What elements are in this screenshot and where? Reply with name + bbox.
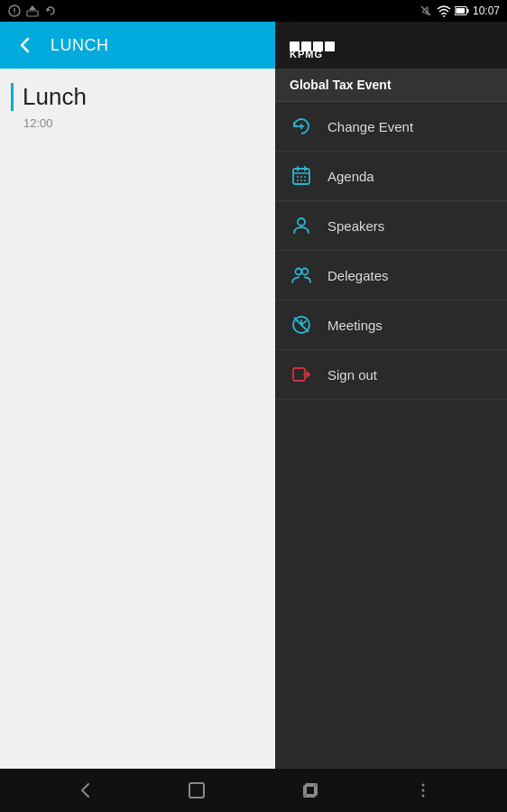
- delegates-label: Delegates: [327, 268, 389, 283]
- change-event-label: Change Event: [327, 119, 413, 134]
- menu-event-name-text: Global Tax Event: [290, 78, 493, 92]
- svg-point-28: [298, 218, 305, 226]
- svg-point-7: [443, 15, 445, 17]
- status-time: 10:07: [473, 5, 500, 17]
- app-bar: LUNCH: [0, 22, 275, 69]
- svg-point-29: [296, 269, 302, 275]
- svg-point-2: [14, 13, 15, 14]
- svg-point-40: [422, 784, 425, 787]
- menu-item-meetings[interactable]: Meetings: [275, 300, 507, 350]
- menu-event-name: Global Tax Event: [275, 69, 507, 102]
- menu-item-change-event[interactable]: Change Event: [275, 102, 507, 152]
- event-title: Lunch: [23, 83, 264, 111]
- status-bar: 10:07: [0, 0, 507, 22]
- svg-point-24: [304, 176, 306, 178]
- speakers-icon: [290, 214, 313, 237]
- svg-point-41: [422, 789, 425, 792]
- menu-item-speakers[interactable]: Speakers: [275, 201, 507, 251]
- svg-rect-37: [189, 783, 204, 798]
- svg-rect-14: [325, 42, 335, 51]
- svg-rect-9: [467, 9, 469, 13]
- sign-out-icon: [290, 363, 313, 386]
- nav-back-button[interactable]: [62, 772, 106, 808]
- status-bar-left: [7, 5, 58, 17]
- svg-text:KPMG: KPMG: [290, 49, 323, 60]
- menu-item-delegates[interactable]: Delegates: [275, 251, 507, 300]
- mute-icon: [419, 5, 433, 17]
- nav-home-button[interactable]: [175, 772, 218, 808]
- svg-rect-35: [293, 368, 305, 381]
- menu-header: KPMG: [275, 22, 507, 69]
- notification-icon-1: [7, 5, 22, 17]
- sync-icon: [43, 5, 58, 17]
- upload-icon: [25, 5, 40, 17]
- app-bar-title: LUNCH: [51, 36, 109, 55]
- meetings-label: Meetings: [327, 318, 383, 333]
- wifi-icon: [437, 5, 451, 17]
- delegates-icon: [290, 263, 313, 287]
- change-event-icon: [290, 115, 313, 138]
- battery-icon: [455, 5, 469, 17]
- svg-point-30: [302, 269, 309, 275]
- svg-rect-3: [27, 11, 38, 16]
- agenda-icon: [290, 164, 313, 188]
- side-menu: KPMG Global Tax Event Change Event: [275, 22, 507, 769]
- svg-marker-5: [47, 8, 51, 12]
- svg-marker-4: [29, 5, 36, 10]
- sign-out-label: Sign out: [327, 367, 377, 383]
- kpmg-logo-svg: KPMG: [290, 34, 344, 60]
- back-button[interactable]: [11, 31, 40, 60]
- svg-rect-10: [456, 8, 465, 14]
- svg-point-23: [300, 176, 302, 178]
- svg-point-25: [297, 180, 299, 181]
- svg-point-22: [297, 176, 299, 178]
- meetings-icon: [290, 313, 313, 337]
- nav-more-button[interactable]: [401, 772, 445, 808]
- menu-item-sign-out[interactable]: Sign out: [275, 350, 507, 400]
- event-time: 12:00: [11, 116, 264, 130]
- menu-item-agenda[interactable]: Agenda: [275, 152, 507, 201]
- event-detail-content: Lunch 12:00: [0, 69, 275, 769]
- agenda-label: Agenda: [327, 169, 374, 184]
- nav-bar: [0, 769, 507, 812]
- svg-point-42: [422, 795, 425, 798]
- main-content-area: LUNCH Lunch 12:00: [0, 22, 275, 769]
- status-bar-right: 10:07: [419, 5, 500, 17]
- svg-point-26: [300, 180, 302, 181]
- kpmg-logo-blocks: KPMG: [290, 34, 344, 60]
- svg-point-27: [304, 180, 306, 181]
- nav-recents-button[interactable]: [289, 772, 332, 808]
- speakers-label: Speakers: [327, 218, 384, 234]
- event-title-bar: Lunch: [11, 83, 264, 111]
